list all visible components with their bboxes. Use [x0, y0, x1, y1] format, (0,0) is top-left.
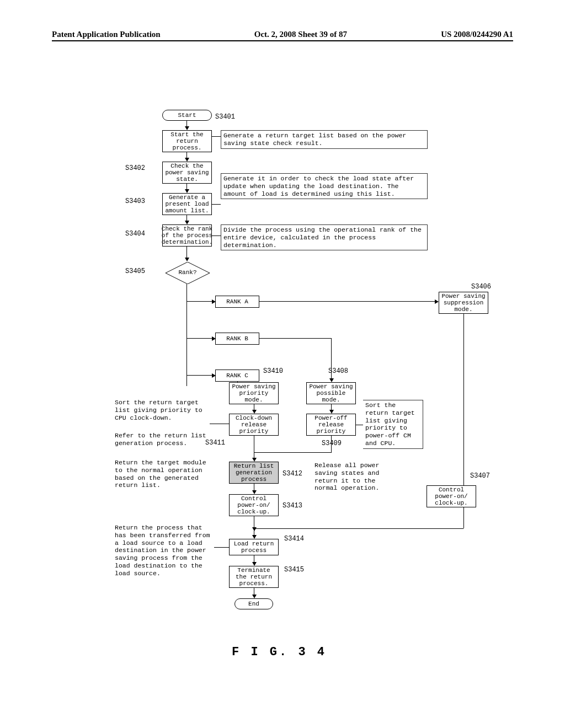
- node-s3414: Load return process: [229, 539, 279, 555]
- connector: [463, 314, 464, 512]
- label-s3414: S3414: [284, 535, 304, 543]
- arrow-icon: [252, 562, 257, 566]
- note-n3: Divide the process using the operational…: [221, 224, 428, 250]
- page-header: Patent Application Publication Oct. 2, 2…: [52, 30, 513, 41]
- connector: [259, 338, 331, 339]
- label-s3408: S3408: [328, 367, 348, 375]
- node-s3412: Return list generation process: [229, 462, 279, 484]
- connector: [254, 436, 254, 459]
- connector: [186, 375, 213, 376]
- connector: [212, 204, 221, 205]
- figure-label: F I G. 3 4: [232, 645, 327, 659]
- connector: [463, 507, 464, 528]
- note-n1: Generate a return target list based on t…: [221, 130, 428, 149]
- header-left: Patent Application Publication: [52, 30, 161, 39]
- node-s3402: Check the power saving state.: [162, 162, 212, 184]
- label-s3413: S3413: [282, 502, 302, 510]
- node-s3407: Control power-on/ clock-up.: [427, 485, 476, 507]
- label-s3402: S3402: [125, 164, 145, 172]
- connector: [331, 436, 332, 452]
- arrow-icon: [185, 126, 189, 130]
- node-s3409: Power-off release priority: [306, 414, 356, 436]
- connector: [259, 301, 436, 302]
- header-right: US 2008/0244290 A1: [441, 30, 513, 39]
- node-end: End: [234, 598, 273, 609]
- arrow-icon: [185, 258, 189, 261]
- connector: [254, 452, 332, 453]
- connector: [186, 338, 213, 339]
- note-release: Release all power saving states and retu…: [315, 462, 392, 492]
- connector: [212, 136, 221, 137]
- node-s3404: Check the rank of the process determinat…: [162, 224, 212, 247]
- node-s3415: Terminate the return process.: [229, 566, 279, 588]
- node-rank-c: RANK C: [215, 370, 259, 382]
- connector: [212, 235, 221, 236]
- page: Patent Application Publication Oct. 2, 2…: [0, 0, 565, 728]
- arrow-icon: [185, 221, 189, 224]
- connector: [186, 247, 187, 259]
- label-s3407: S3407: [470, 472, 490, 480]
- label-s3415: S3415: [284, 566, 304, 574]
- connector: [186, 284, 187, 386]
- label-s3410: S3410: [263, 367, 283, 375]
- connector: [186, 301, 213, 302]
- connector: [356, 425, 363, 425]
- connector: [254, 528, 463, 529]
- label-s3412: S3412: [282, 470, 302, 478]
- node-s3401: Start the return process.: [162, 130, 212, 152]
- arrow-icon: [252, 490, 257, 494]
- arrow-icon: [252, 458, 257, 462]
- arrow-icon: [329, 410, 334, 414]
- connector: [214, 547, 229, 548]
- node-s3403: Generate a present load amount list.: [162, 193, 212, 215]
- node-s3408: Power saving possible mode.: [306, 382, 356, 404]
- node-s3406: Power saving suppression mode.: [439, 292, 488, 314]
- arrow-icon: [185, 158, 189, 162]
- node-s3413: Control power-on/ clock-up.: [229, 494, 279, 516]
- note-n2: Generate it in order to check the load s…: [221, 173, 428, 199]
- note-load-return: Return the process that has been transfe…: [115, 524, 214, 577]
- arrow-icon: [435, 299, 439, 304]
- node-rank-b: RANK B: [215, 333, 259, 345]
- note-sort-cd: Sort the return target list giving prior…: [115, 399, 209, 421]
- label-s3409: S3409: [322, 440, 342, 447]
- arrow-icon: [329, 378, 334, 382]
- arrow-icon: [252, 410, 257, 414]
- label-s3404: S3404: [125, 230, 145, 238]
- node-start: Start: [162, 110, 212, 121]
- header-center: Oct. 2, 2008 Sheet 39 of 87: [254, 30, 347, 39]
- arrow-icon: [252, 535, 257, 539]
- label-s3405: S3405: [125, 267, 145, 275]
- note-sort-po: Sort the return target list giving prior…: [363, 400, 423, 449]
- label-s3401: S3401: [215, 113, 235, 121]
- note-return-mod: Return the target module to the normal o…: [115, 459, 214, 489]
- node-s3410: Power saving priority mode.: [229, 382, 279, 404]
- connector: [254, 516, 254, 528]
- connector: [210, 424, 229, 424]
- decision-rank-label: Rank?: [166, 269, 210, 276]
- arrow-icon: [252, 595, 257, 598]
- decision-rank: Rank?: [166, 262, 210, 284]
- label-s3403: S3403: [125, 197, 145, 205]
- label-s3406: S3406: [471, 283, 491, 291]
- arrow-icon: [185, 189, 189, 193]
- node-s3411: Clock-down release priority: [229, 414, 279, 436]
- note-refer: Refer to the return list generation proc…: [115, 432, 209, 447]
- node-rank-a: RANK A: [215, 296, 259, 308]
